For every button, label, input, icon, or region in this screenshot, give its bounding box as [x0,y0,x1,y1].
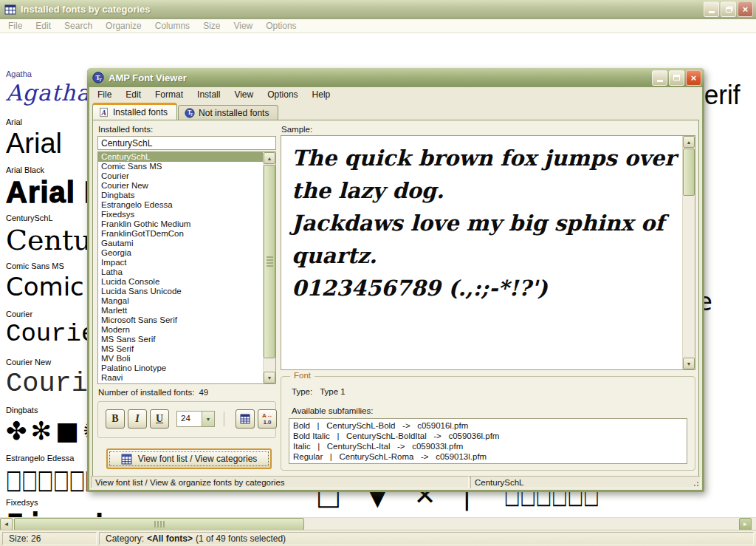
font-sample: Agatha [6,80,90,106]
font-list-item[interactable]: Franklin Gothic Medium [98,219,263,229]
font-list-item[interactable]: Georgia [98,248,263,258]
not-installed-fonts-tab-icon: T T [185,108,195,118]
font-list-item[interactable]: Latha [98,267,263,277]
menu-item[interactable]: File [1,19,29,33]
scroll-down-button[interactable]: ▼ [264,372,275,383]
font-list-item[interactable]: Microsoft Sans Serif [98,315,263,325]
menu-item[interactable]: File [91,88,119,101]
combo-dropdown-button[interactable]: ▼ [202,412,214,426]
font-list-item[interactable]: Modern [98,325,263,335]
font-list-item[interactable]: Courier [98,171,263,181]
installed-fonts-list[interactable]: CenturySchLComic Sans MSCourierCourier N… [97,151,276,384]
menu-item[interactable]: Format [148,88,190,101]
menu-item[interactable]: Help [306,88,338,101]
font-list-item[interactable]: Dingbats [98,191,263,200]
list-scrollbar[interactable]: ▲ ▼ [263,152,275,383]
underline-button[interactable]: U [150,409,169,429]
category-suffix: (1 of 49 fonts selected) [196,533,286,544]
main-statusbar: Size: 26 Category: <All fonts> (1 of 49 … [0,530,756,546]
font-list-item[interactable]: CenturySchL [98,152,263,162]
chevron-down-icon: ▼ [206,417,211,422]
horizontal-scroll-thumb[interactable] [14,518,304,530]
character-map-button[interactable] [236,409,255,429]
scroll-down-icon: ▼ [267,375,272,381]
horizontal-scrollbar[interactable]: ◄ ► [0,517,756,530]
tab-installed-fonts[interactable]: A Installed fonts [92,103,177,120]
font-list-item[interactable]: Lucida Console [98,277,263,287]
font-list-item[interactable]: FranklinGotTDemCon [98,229,263,239]
scroll-left-button[interactable]: ◄ [0,518,13,530]
font-scale-button[interactable]: A↔ 1.0 [258,409,277,429]
sample-line: 0123456789 (.,:;-*!?') [292,272,682,304]
view-font-list-button[interactable]: View font list / View categories [106,448,272,469]
italic-button[interactable]: I [128,409,147,429]
dialog-close-button[interactable]: × [686,70,701,86]
sample-scroll-thumb[interactable] [683,149,695,196]
font-list-item[interactable]: Impact [98,258,263,267]
subfamily-row[interactable]: Regular | CenturySchL-Roma -> c059013l.p… [289,451,687,462]
dialog-minimize-button[interactable] [652,70,667,86]
dialog-titlebar[interactable]: T T AMP Font Viewer × [87,68,704,87]
bold-button[interactable]: B [106,409,125,429]
menu-item[interactable]: View [227,19,259,33]
subfamilies-list[interactable]: Bold | CenturySchL-Bold -> c059016l.pfmB… [289,418,687,464]
font-list-item[interactable]: Raavi [98,373,263,383]
tab-label: Installed fonts [113,107,168,117]
minimize-icon [709,11,715,13]
list-scroll-thumb[interactable] [264,165,275,358]
font-size-value: 24 [177,412,202,426]
format-toolbar: B I U 24 ▼ A↔ 1.0 [97,401,276,438]
subfamily-row[interactable]: Bold | CenturySchL-Bold -> c059016l.pfm [289,420,687,431]
subfamily-row[interactable]: Bold Italic | CenturySchL-BoldItal -> c0… [289,431,687,441]
font-size-combo[interactable]: 24 ▼ [176,411,215,427]
sample-line: The quick brown fox jumps over [292,142,682,174]
thumb-grip [267,256,273,267]
menu-item[interactable]: Options [261,88,305,101]
status-hint: View font list / View & organize fonts b… [91,476,469,488]
menu-item[interactable]: Options [259,19,303,33]
close-button[interactable]: × [738,1,753,17]
font-preview-fixedsys[interactable]: Fixedsys Fixedsys [6,498,166,517]
font-list-item[interactable]: Fixedsys [98,210,263,219]
tab-not-installed-fonts[interactable]: T T Not installed fonts [178,105,278,120]
font-list-item[interactable]: Estrangelo Edessa [98,200,263,210]
scroll-up-button[interactable]: ▲ [264,152,275,164]
resize-grip[interactable] [692,480,699,487]
font-preview-arial[interactable]: Arial Arial [6,117,62,160]
menu-item[interactable]: Size [196,19,227,33]
menu-item[interactable]: Install [190,88,227,101]
font-preview-agatha[interactable]: Agatha Agatha [6,69,90,106]
font-list-item[interactable]: MS Serif [98,344,263,354]
font-filter-input[interactable] [97,136,276,150]
font-list-item[interactable]: MS Sans Serif [98,335,263,344]
font-sample: Arial [6,128,62,160]
main-window-title: Installed fonts by categories [21,4,704,15]
subfamily-row[interactable]: Italic | CenturySchL-Ital -> c059033l.pf… [289,441,687,451]
main-titlebar[interactable]: Installed fonts by categories × [0,0,756,19]
scroll-up-button[interactable]: ▲ [683,136,695,148]
menu-item[interactable]: Search [58,19,99,33]
font-list-item[interactable]: Marlett [98,306,263,315]
minimize-button[interactable] [704,1,719,17]
sample-scrollbar[interactable]: ▲ ▼ [682,136,695,369]
font-list-item[interactable]: Courier New [98,181,263,191]
font-list-item[interactable]: MV Boli [98,354,263,364]
svg-text:T: T [190,112,193,116]
scroll-right-button[interactable]: ► [739,518,752,530]
font-list-item[interactable]: Gautami [98,239,263,248]
font-list-item[interactable]: Palatino Linotype [98,364,263,373]
font-list-item[interactable]: Lucida Sans Unicode [98,287,263,296]
font-name-label: Fixedsys [6,498,166,507]
menu-item[interactable]: View [227,88,261,101]
scroll-down-button[interactable]: ▼ [683,358,695,369]
scroll-up-icon: ▲ [687,140,692,145]
font-list-item[interactable]: Mangal [98,296,263,306]
dialog-maximize-button[interactable] [669,70,684,86]
restore-button[interactable] [721,1,736,17]
menu-item[interactable]: Edit [119,88,148,101]
font-list-item[interactable]: Comic Sans MS [98,162,263,171]
menu-item[interactable]: Organize [99,19,148,33]
menu-item[interactable]: Edit [29,19,58,33]
menu-item[interactable]: Columns [148,19,196,33]
dialog-title: AMP Font Viewer [109,72,652,83]
